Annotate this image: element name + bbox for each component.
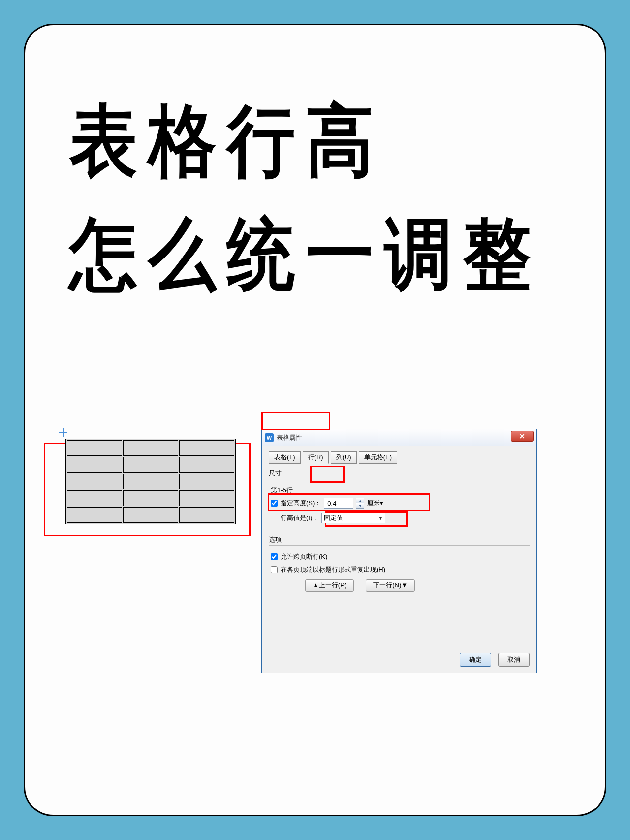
tab-column[interactable]: 列(U) [331, 451, 357, 464]
rows-range-label: 第1-5行 [271, 486, 528, 495]
allow-break-label: 允许跨页断行(K) [281, 552, 327, 561]
spinner-up-icon[interactable]: ▲ [356, 498, 364, 503]
options-section-label: 选项 [269, 535, 530, 544]
table-row[interactable] [67, 440, 234, 456]
dialog-title: 表格属性 [277, 433, 302, 442]
sample-table[interactable] [65, 439, 236, 524]
cancel-button[interactable]: 取消 [498, 653, 530, 667]
table-properties-dialog: W 表格属性 ✕ 表格(T) 行(R) 列(U) 单元格(E) 尺寸 第1-5行 [261, 429, 537, 673]
repeat-header-label: 在各页顶端以标题行形式重复出现(H) [281, 565, 385, 574]
dialog-tabs: 表格(T) 行(R) 列(U) 单元格(E) [269, 451, 530, 464]
wps-icon: W [265, 433, 274, 442]
specify-height-label: 指定高度(S)： [281, 499, 321, 508]
dialog-body: 表格(T) 行(R) 列(U) 单元格(E) 尺寸 第1-5行 指定高度(S)：… [262, 446, 536, 673]
content-card: 表格行高 怎么统一调整 W 表格属性 ✕ 表格(T) [24, 24, 606, 816]
dialog-titlebar[interactable]: W 表格属性 ✕ [262, 429, 536, 446]
tab-row[interactable]: 行(R) [303, 451, 329, 464]
prev-row-button[interactable]: ▲上一行(P) [305, 579, 354, 592]
specify-height-checkbox[interactable] [271, 500, 278, 507]
options-group: 允许跨页断行(K) 在各页顶端以标题行形式重复出现(H) ▲上一行(P) 下一行… [269, 549, 530, 595]
spinner-down-icon[interactable]: ▼ [356, 503, 364, 508]
divider [269, 545, 530, 546]
height-value-input[interactable] [324, 498, 353, 509]
table-move-handle-icon[interactable] [59, 428, 68, 438]
height-spinner[interactable]: ▲ ▼ [356, 498, 364, 509]
size-group: 第1-5行 指定高度(S)： ▲ ▼ 厘米▾ 行高值是(I)： 固定值 [269, 483, 530, 530]
size-section-label: 尺寸 [269, 469, 530, 478]
close-icon: ✕ [519, 432, 525, 440]
close-button[interactable]: ✕ [511, 431, 534, 442]
heading-line-2: 怎么统一调整 [69, 202, 542, 308]
heading-line-1: 表格行高 [69, 89, 384, 194]
row-tab-highlight [310, 466, 345, 483]
tab-table[interactable]: 表格(T) [269, 451, 301, 464]
chevron-down-icon: ▼ [378, 516, 383, 521]
dialog-title-highlight [261, 412, 330, 430]
row-height-type-select[interactable]: 固定值 ▼ [321, 513, 385, 523]
divider [269, 479, 530, 479]
table-row[interactable] [67, 457, 234, 473]
row-height-type-value: 固定值 [324, 514, 343, 522]
tab-cell[interactable]: 单元格(E) [359, 451, 397, 464]
next-row-button[interactable]: 下一行(N)▼ [366, 579, 415, 592]
ok-button[interactable]: 确定 [460, 653, 491, 667]
dialog-footer: 确定 取消 [460, 653, 530, 667]
row-height-is-label: 行高值是(I)： [281, 514, 318, 522]
table-row[interactable] [67, 490, 234, 506]
allow-break-checkbox[interactable] [271, 553, 278, 560]
unit-dropdown[interactable]: 厘米▾ [367, 499, 383, 508]
table-row[interactable] [67, 507, 234, 523]
repeat-header-checkbox[interactable] [271, 566, 278, 573]
table-row[interactable] [67, 474, 234, 489]
